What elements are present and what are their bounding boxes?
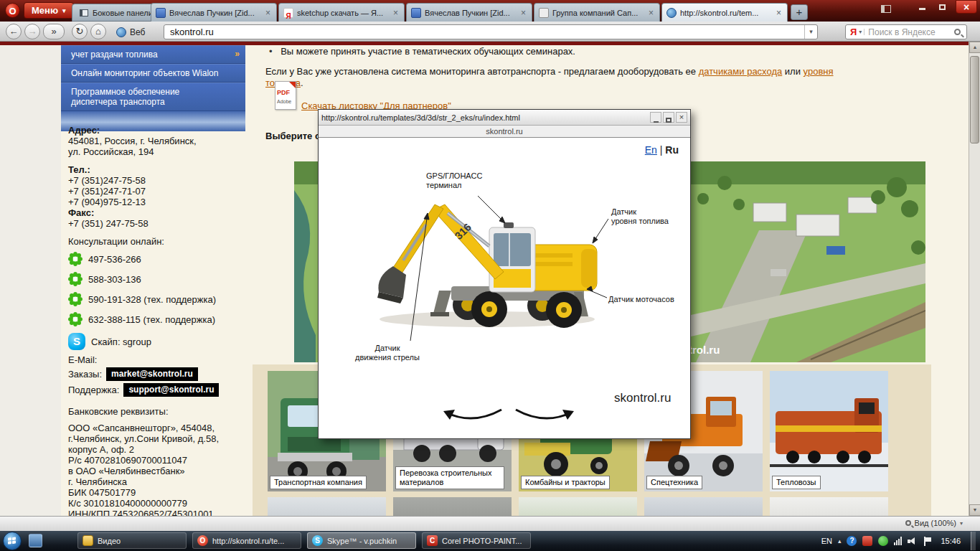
card-locomotives[interactable]: Тепловозы <box>770 371 888 491</box>
card-partial[interactable] <box>519 497 637 516</box>
search-input[interactable] <box>864 27 954 37</box>
popup-body: 316 En | Ru GPS/ГЛОНАСС терминал <box>319 138 690 438</box>
tab-close-icon[interactable]: × <box>392 8 400 18</box>
flow-sensors-link[interactable]: датчиками расхода <box>699 66 783 77</box>
quick-launch-icon[interactable] <box>29 534 42 547</box>
sidebar-item-label: Программное обеспечение диспетчера транс… <box>71 87 179 107</box>
bank-line: ООО «Сапсанвнешторг», 454048, <box>68 423 238 433</box>
skype-contact-row: S Скайп: sgroup <box>68 333 238 350</box>
opera-logo-icon[interactable]: O <box>5 3 20 18</box>
seminar-line: • Вы можете принять участие в тематическ… <box>269 46 575 57</box>
popup-maximize-button[interactable] <box>663 112 674 123</box>
maximize-button[interactable] <box>933 0 951 14</box>
taskbar-button-label: Видео <box>98 537 121 545</box>
tab-close-icon[interactable]: × <box>264 8 272 18</box>
card-label: Спецтехника <box>646 476 702 489</box>
browser-tab[interactable]: Вячеслав Пучкин [Zid... × <box>406 3 532 22</box>
tab-title: Вячеслав Пучкин [Zid... <box>169 9 260 17</box>
side-panels-button[interactable]: Боковые панели <box>72 4 161 22</box>
browser-menu-button[interactable]: Меню ▾ <box>24 2 74 19</box>
sidebar-item-dispatcher-software[interactable]: Программное обеспечение диспетчера транс… <box>61 83 245 111</box>
tab-title: http://skontrol.ru/tem... <box>680 9 771 17</box>
tab-favicon-document-icon <box>411 8 421 18</box>
taskbar-button-video[interactable]: Видео <box>77 532 187 549</box>
web-zone[interactable]: Веб <box>116 25 145 39</box>
taskbar-button-skontrol[interactable]: O http://skontrol.ru/te... <box>192 532 301 549</box>
tab-title: Группа компаний Сап... <box>552 9 644 17</box>
app-tray-icon-red[interactable] <box>862 536 872 546</box>
zoom-control[interactable]: Вид (100%) ▾ <box>905 519 963 527</box>
lang-en-link[interactable]: En <box>645 144 657 156</box>
action-center-flag-icon[interactable] <box>923 537 932 546</box>
web-label: Веб <box>130 27 145 37</box>
address-dropdown-icon[interactable]: ▾ <box>804 25 817 39</box>
address-line: 454081, Россия, г. Челябинск, <box>68 136 238 146</box>
search-engine-dropdown-icon[interactable]: ▾ <box>859 29 864 35</box>
taskbar-button-skype[interactable]: S Skype™ - v.puchkin <box>307 532 416 549</box>
support-email: support@skontrol.ru <box>123 383 219 397</box>
vertical-scrollbar[interactable]: ▲ ▼ <box>969 42 980 516</box>
card-partial[interactable] <box>770 497 888 516</box>
sidebar-item-label: Онлайн мониторинг объектов Wialon <box>71 68 218 78</box>
new-tab-button[interactable]: + <box>791 4 808 20</box>
browser-tab-active[interactable]: http://skontrol.ru/tem... × <box>661 3 788 22</box>
tab-close-icon[interactable]: × <box>647 8 655 18</box>
bank-line: корпус А, оф. 2 <box>68 444 238 455</box>
forward-button[interactable]: → <box>24 24 40 39</box>
help-tray-icon[interactable]: ? <box>847 536 857 546</box>
card-partial[interactable] <box>393 497 512 516</box>
sidebar-panels-icon <box>80 9 88 17</box>
tab-favicon-page-icon <box>539 8 549 18</box>
show-desktop-button[interactable] <box>971 532 976 550</box>
panels-toggle-icon[interactable] <box>881 5 891 13</box>
address-bar[interactable]: ▾ <box>164 24 818 39</box>
card-partial[interactable] <box>268 497 386 516</box>
network-icon[interactable] <box>894 537 902 545</box>
tab-close-icon[interactable]: × <box>519 8 527 18</box>
sidebar-item-fuel-dispense[interactable]: учет раздачи топлива » <box>61 45 245 64</box>
tab-close-icon[interactable]: × <box>775 8 783 18</box>
scroll-down-button[interactable]: ▼ <box>969 504 980 516</box>
popup-window[interactable]: http://skontrol.ru/templates/3d/3d/str_2… <box>318 109 691 439</box>
fast-forward-button[interactable]: » <box>43 24 65 39</box>
reload-button[interactable]: ↻ <box>72 24 88 39</box>
browser-tab[interactable]: Вячеслав Пучкин [Zid... × <box>151 3 277 22</box>
tab-favicon-yandex-icon: Я <box>283 8 293 18</box>
card-partial[interactable] <box>644 497 763 516</box>
scrollbar-thumb[interactable] <box>970 56 979 143</box>
volume-icon[interactable] <box>908 537 918 545</box>
icq-contact-row: 590-191-328 (тех. поддержка) <box>68 291 238 307</box>
hidden-icons-button[interactable]: ▴ <box>838 537 842 545</box>
taskbar-button-label: Skype™ - v.puchkin <box>327 537 397 545</box>
popup-close-button[interactable]: × <box>676 112 687 123</box>
choose-heading: Выберите с <box>265 131 320 141</box>
sidebar-item-wialon-monitoring[interactable]: Онлайн мониторинг объектов Wialon <box>61 64 245 83</box>
address-input[interactable] <box>164 27 804 37</box>
fax-number: +7 (351) 247-75-58 <box>68 218 238 229</box>
card-label: Перевозка строительных материалов <box>395 466 504 489</box>
yandex-search-box[interactable]: Я ▾ <box>845 24 967 39</box>
start-button[interactable] <box>3 532 22 550</box>
magnifier-icon[interactable] <box>954 29 961 35</box>
popup-minimize-button[interactable] <box>650 112 661 123</box>
taskbar-button-corel[interactable]: C Corel PHOTO-PAINT... <box>422 532 531 549</box>
language-indicator[interactable]: EN <box>821 537 832 545</box>
browser-tab[interactable]: Группа компаний Сап... × <box>534 3 660 22</box>
home-button[interactable]: ⌂ <box>90 24 106 39</box>
pdf-icon[interactable]: PDF Adobe <box>275 81 296 110</box>
close-button[interactable]: × <box>956 0 977 14</box>
popup-titlebar[interactable]: http://skontrol.ru/templates/3d/3d/str_2… <box>319 110 690 126</box>
scroll-up-button[interactable]: ▲ <box>969 42 980 53</box>
annotation-boom-motion-sensor: Датчик движения стрелы <box>349 344 426 362</box>
consult-label: Консультации онлайн: <box>68 236 238 247</box>
app-tray-icon-green[interactable] <box>878 536 888 546</box>
skype-icon: S <box>68 333 85 350</box>
browser-tab[interactable]: Я sketchup скачать — Я... × <box>278 3 405 22</box>
clock[interactable]: 15:46 <box>941 537 961 545</box>
pdf-corner <box>289 82 296 88</box>
taskbar-button-label: http://skontrol.ru/te... <box>212 537 284 545</box>
back-button[interactable]: ← <box>6 24 22 39</box>
bank-line: БИК 047501779 <box>68 487 238 498</box>
minimize-button[interactable] <box>913 0 931 14</box>
retrofit-text: Если у Вас уже установлена система монит… <box>265 66 699 77</box>
